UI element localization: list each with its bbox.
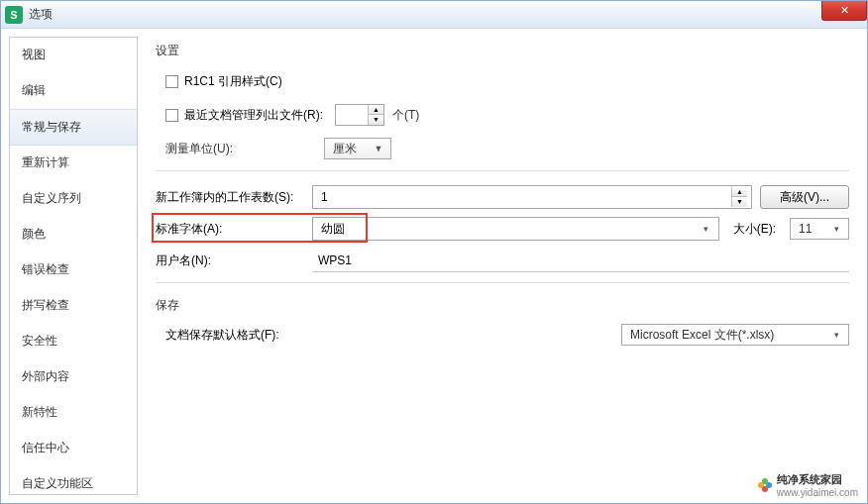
default-format-value: Microsoft Excel 文件(*.xlsx) (630, 327, 828, 344)
app-icon: S (5, 6, 23, 24)
window-title: 选项 (29, 6, 53, 23)
recent-docs-spinner[interactable]: ▲ ▼ (335, 104, 384, 126)
sidebar-item-error-check[interactable]: 错误检查 (10, 252, 137, 288)
chevron-down-icon: ▾ (828, 330, 844, 340)
sidebar-item-customize-ribbon[interactable]: 自定义功能区 (10, 466, 137, 495)
chevron-down-icon: ▾ (828, 224, 844, 234)
sidebar-item-trust-center[interactable]: 信任中心 (10, 431, 137, 466)
sidebar-item-external-content[interactable]: 外部内容 (10, 359, 137, 395)
sidebar-item-custom-lists[interactable]: 自定义序列 (10, 181, 137, 217)
spinner-up-icon[interactable]: ▲ (369, 105, 383, 115)
size-value: 11 (799, 222, 828, 236)
spinner-up-icon[interactable]: ▲ (732, 187, 747, 197)
advanced-button[interactable]: 高级(V)... (760, 185, 849, 209)
watermark: 纯净系统家园 www.yidaimei.com (753, 470, 862, 500)
font-value[interactable] (321, 222, 699, 236)
sidebar-item-new-features[interactable]: 新特性 (10, 395, 137, 431)
measure-unit-combo[interactable]: 厘米 ▼ (324, 138, 391, 159)
sheets-value[interactable] (321, 190, 731, 204)
r1c1-label: R1C1 引用样式(C) (184, 73, 282, 90)
chevron-down-icon: ▾ (699, 224, 714, 234)
highlight-annotation (152, 213, 368, 243)
recent-docs-suffix: 个(T) (392, 107, 419, 124)
watermark-icon (757, 477, 773, 493)
svg-point-3 (762, 486, 768, 492)
titlebar: S 选项 ✕ (1, 1, 867, 29)
username-input[interactable] (312, 249, 849, 272)
main-panel: 设置 R1C1 引用样式(C) 最近文档管理列出文件(R): ▲ ▼ 个(T) (138, 29, 867, 503)
svg-point-2 (762, 478, 768, 484)
divider (156, 170, 849, 171)
sidebar-item-security[interactable]: 安全性 (10, 324, 137, 359)
measure-unit-value: 厘米 (333, 141, 371, 157)
settings-header: 设置 (156, 43, 849, 59)
sidebar-item-spell-check[interactable]: 拼写检查 (10, 288, 137, 324)
size-label: 大小(E): (733, 221, 776, 238)
recent-docs-checkbox[interactable] (165, 109, 178, 122)
recent-docs-value[interactable] (336, 108, 368, 122)
sheets-label: 新工作簿内的工作表数(S): (156, 189, 304, 206)
recent-docs-label: 最近文档管理列出文件(R): (184, 107, 323, 124)
font-combo[interactable]: ▾ (312, 217, 719, 241)
sheets-spinner[interactable]: ▲ ▼ (312, 185, 752, 209)
chevron-down-icon: ▼ (371, 144, 386, 153)
username-label: 用户名(N): (156, 252, 304, 269)
sidebar-item-color[interactable]: 颜色 (10, 217, 137, 252)
spinner-down-icon[interactable]: ▼ (732, 197, 747, 207)
sidebar-item-general-save[interactable]: 常规与保存 (10, 109, 137, 146)
default-format-combo[interactable]: Microsoft Excel 文件(*.xlsx) ▾ (621, 324, 849, 346)
default-format-label: 文档保存默认格式(F): (165, 327, 613, 344)
sidebar-item-view[interactable]: 视图 (10, 38, 137, 73)
sidebar-item-recalc[interactable]: 重新计算 (10, 146, 137, 181)
save-header: 保存 (156, 297, 849, 314)
sidebar: 视图 编辑 常规与保存 重新计算 自定义序列 颜色 错误检查 拼写检查 安全性 … (9, 37, 138, 495)
sidebar-item-edit[interactable]: 编辑 (10, 73, 137, 109)
close-button[interactable]: ✕ (821, 1, 867, 21)
watermark-text: 纯净系统家园 (777, 473, 842, 485)
spinner-down-icon[interactable]: ▼ (369, 115, 383, 125)
r1c1-checkbox[interactable] (165, 75, 178, 88)
watermark-url: www.yidaimei.com (777, 487, 858, 498)
divider (156, 282, 849, 283)
measure-unit-label: 测量单位(U): (165, 141, 324, 157)
size-combo[interactable]: 11 ▾ (790, 218, 849, 240)
